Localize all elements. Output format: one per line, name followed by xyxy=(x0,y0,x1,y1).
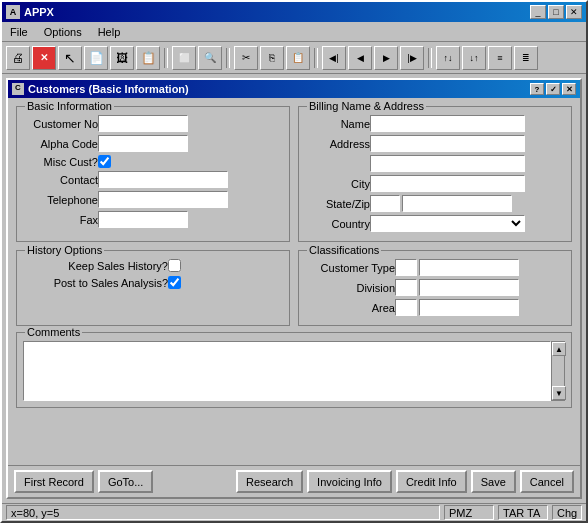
sub-window-title: Customers (Basic Information) xyxy=(28,83,189,95)
arrow-button[interactable]: ↖ xyxy=(58,46,82,70)
cancel-button[interactable]: Cancel xyxy=(520,470,574,493)
menu-help[interactable]: Help xyxy=(94,25,125,39)
minimize-button[interactable]: _ xyxy=(530,5,546,19)
nav4-button[interactable]: |▶ xyxy=(400,46,424,70)
sort4-button[interactable]: ≣ xyxy=(514,46,538,70)
invoicing-info-button[interactable]: Invoicing Info xyxy=(307,470,392,493)
sub-help-button[interactable]: ? xyxy=(530,83,544,95)
customer-type-label: Customer Type xyxy=(305,262,395,274)
city-input[interactable] xyxy=(370,175,525,192)
area-code[interactable] xyxy=(395,299,417,316)
billing-group: Billing Name & Address Name Address xyxy=(298,106,572,242)
nav1-button[interactable]: ◀| xyxy=(322,46,346,70)
doc-button[interactable]: 📄 xyxy=(84,46,108,70)
state-input[interactable] xyxy=(370,195,400,212)
credit-info-button[interactable]: Credit Info xyxy=(396,470,467,493)
sort3-button[interactable]: ≡ xyxy=(488,46,512,70)
contact-input[interactable] xyxy=(98,171,228,188)
close-button[interactable]: ✕ xyxy=(566,5,582,19)
customer-type-desc[interactable] xyxy=(419,259,519,276)
classifications-group: Classifications Customer Type Division A… xyxy=(298,250,572,326)
main-window: A APPX _ □ ✕ File Options Help 🖨 ✕ ↖ 📄 🖼… xyxy=(0,0,588,523)
coords-pane: x=80, y=5 xyxy=(6,505,440,520)
tar-ta-pane: TAR TA xyxy=(498,505,548,520)
print-button[interactable]: 🖨 xyxy=(6,46,30,70)
cut-button[interactable]: ✂ xyxy=(234,46,258,70)
zip-input[interactable] xyxy=(402,195,512,212)
telephone-label: Telephone xyxy=(23,194,98,206)
post-sales-label: Post to Sales Analysis? xyxy=(23,277,168,289)
misc-cust-checkbox[interactable] xyxy=(98,155,111,168)
alpha-code-input[interactable] xyxy=(98,135,188,152)
comments-label: Comments xyxy=(25,326,82,338)
sort2-button[interactable]: ↓↑ xyxy=(462,46,486,70)
division-label: Division xyxy=(305,282,395,294)
alpha-code-label: Alpha Code xyxy=(23,138,98,150)
sub-close-button[interactable]: ✕ xyxy=(562,83,576,95)
menu-bar: File Options Help xyxy=(2,22,586,42)
sep3 xyxy=(314,48,318,68)
sub-title-bar: C Customers (Basic Information) ? ✓ ✕ xyxy=(8,80,580,98)
form-content: Basic Information Customer No Alpha Code… xyxy=(8,98,580,465)
address2-input[interactable] xyxy=(370,155,525,172)
misc-cust-label: Misc Cust? xyxy=(23,156,98,168)
classifications-label: Classifications xyxy=(307,244,381,256)
status-bar: x=80, y=5 PMZ TAR TA Chg xyxy=(2,503,586,521)
first-record-button[interactable]: First Record xyxy=(14,470,94,493)
save-button[interactable]: Save xyxy=(471,470,516,493)
paste-button[interactable]: 📋 xyxy=(286,46,310,70)
goto-button[interactable]: GoTo... xyxy=(98,470,153,493)
app-title: APPX xyxy=(24,6,54,18)
customer-no-label: Customer No xyxy=(23,118,98,130)
customer-no-input[interactable] xyxy=(98,115,188,132)
division-desc[interactable] xyxy=(419,279,519,296)
comments-scrollbar[interactable]: ▲ ▼ xyxy=(551,341,565,401)
maximize-button[interactable]: □ xyxy=(548,5,564,19)
country-label: Country xyxy=(305,218,370,230)
state-zip-label: State/Zip xyxy=(305,198,370,210)
menu-options[interactable]: Options xyxy=(40,25,86,39)
history-label: History Options xyxy=(25,244,104,256)
nav2-button[interactable]: ◀ xyxy=(348,46,372,70)
area-desc[interactable] xyxy=(419,299,519,316)
scroll-thumb xyxy=(552,356,564,386)
contact-label: Contact xyxy=(23,174,98,186)
telephone-input[interactable] xyxy=(98,191,228,208)
customer-type-code[interactable] xyxy=(395,259,417,276)
toolbar: 🖨 ✕ ↖ 📄 🖼 📋 ⬜ 🔍 ✂ ⎘ 📋 ◀| ◀ ▶ |▶ ↑↓ ↓↑ ≡ … xyxy=(2,42,586,74)
scroll-down-arrow[interactable]: ▼ xyxy=(552,386,566,400)
address-input[interactable] xyxy=(370,135,525,152)
area-label: Area xyxy=(305,302,395,314)
name-input[interactable] xyxy=(370,115,525,132)
stop-button[interactable]: ✕ xyxy=(32,46,56,70)
box-button[interactable]: ⬜ xyxy=(172,46,196,70)
img-button[interactable]: 🖼 xyxy=(110,46,134,70)
keep-sales-label: Keep Sales History? xyxy=(23,260,168,272)
file-button[interactable]: 📋 xyxy=(136,46,160,70)
sub-check-button[interactable]: ✓ xyxy=(546,83,560,95)
country-select[interactable] xyxy=(370,215,525,232)
scroll-up-arrow[interactable]: ▲ xyxy=(552,342,566,356)
copy-button[interactable]: ⎘ xyxy=(260,46,284,70)
keep-sales-checkbox[interactable] xyxy=(168,259,181,272)
post-sales-checkbox[interactable] xyxy=(168,276,181,289)
basic-info-group: Basic Information Customer No Alpha Code… xyxy=(16,106,290,242)
fax-input[interactable] xyxy=(98,211,188,228)
comments-textarea[interactable] xyxy=(23,341,551,401)
menu-file[interactable]: File xyxy=(6,25,32,39)
nav3-button[interactable]: ▶ xyxy=(374,46,398,70)
sep2 xyxy=(226,48,230,68)
title-bar: A APPX _ □ ✕ xyxy=(2,2,586,22)
search-button[interactable]: 🔍 xyxy=(198,46,222,70)
name-label: Name xyxy=(305,118,370,130)
button-bar: First Record GoTo... Research Invoicing … xyxy=(8,465,580,497)
research-button[interactable]: Research xyxy=(236,470,303,493)
sort1-button[interactable]: ↑↓ xyxy=(436,46,460,70)
sub-window: C Customers (Basic Information) ? ✓ ✕ Ba… xyxy=(6,78,582,499)
billing-label: Billing Name & Address xyxy=(307,100,426,112)
division-code[interactable] xyxy=(395,279,417,296)
sep1 xyxy=(164,48,168,68)
chg-pane: Chg xyxy=(552,505,582,520)
address-label: Address xyxy=(305,138,370,150)
comments-group: Comments ▲ ▼ xyxy=(16,332,572,408)
